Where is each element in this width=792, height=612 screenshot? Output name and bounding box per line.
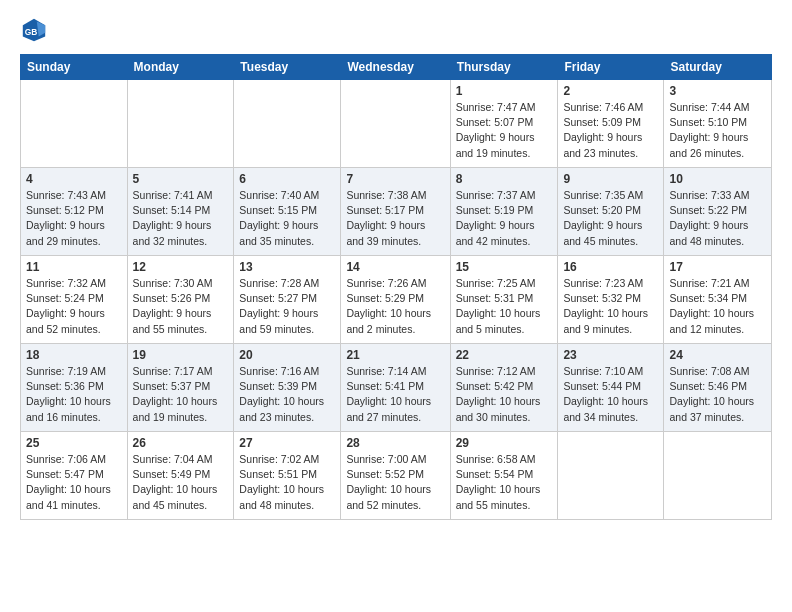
day-info: Sunrise: 7:14 AMSunset: 5:41 PMDaylight:… <box>346 364 444 425</box>
header-thursday: Thursday <box>450 55 558 80</box>
day-info: Sunrise: 7:16 AMSunset: 5:39 PMDaylight:… <box>239 364 335 425</box>
day-number: 8 <box>456 172 553 186</box>
day-number: 26 <box>133 436 229 450</box>
header-monday: Monday <box>127 55 234 80</box>
day-number: 16 <box>563 260 658 274</box>
day-info: Sunrise: 7:28 AMSunset: 5:27 PMDaylight:… <box>239 276 335 337</box>
day-number: 28 <box>346 436 444 450</box>
day-number: 23 <box>563 348 658 362</box>
calendar-cell: 15Sunrise: 7:25 AMSunset: 5:31 PMDayligh… <box>450 256 558 344</box>
calendar-cell: 3Sunrise: 7:44 AMSunset: 5:10 PMDaylight… <box>664 80 772 168</box>
calendar-cell: 17Sunrise: 7:21 AMSunset: 5:34 PMDayligh… <box>664 256 772 344</box>
day-number: 27 <box>239 436 335 450</box>
calendar-week-row: 4Sunrise: 7:43 AMSunset: 5:12 PMDaylight… <box>21 168 772 256</box>
calendar-cell <box>558 432 664 520</box>
calendar-cell: 18Sunrise: 7:19 AMSunset: 5:36 PMDayligh… <box>21 344 128 432</box>
calendar-cell: 22Sunrise: 7:12 AMSunset: 5:42 PMDayligh… <box>450 344 558 432</box>
calendar-cell: 7Sunrise: 7:38 AMSunset: 5:17 PMDaylight… <box>341 168 450 256</box>
day-info: Sunrise: 7:47 AMSunset: 5:07 PMDaylight:… <box>456 100 553 161</box>
day-number: 6 <box>239 172 335 186</box>
header-friday: Friday <box>558 55 664 80</box>
day-info: Sunrise: 7:21 AMSunset: 5:34 PMDaylight:… <box>669 276 766 337</box>
day-number: 1 <box>456 84 553 98</box>
day-number: 12 <box>133 260 229 274</box>
day-number: 13 <box>239 260 335 274</box>
day-info: Sunrise: 7:19 AMSunset: 5:36 PMDaylight:… <box>26 364 122 425</box>
calendar-cell: 19Sunrise: 7:17 AMSunset: 5:37 PMDayligh… <box>127 344 234 432</box>
day-number: 4 <box>26 172 122 186</box>
day-info: Sunrise: 7:12 AMSunset: 5:42 PMDaylight:… <box>456 364 553 425</box>
calendar-cell <box>21 80 128 168</box>
day-info: Sunrise: 7:00 AMSunset: 5:52 PMDaylight:… <box>346 452 444 513</box>
calendar-cell: 1Sunrise: 7:47 AMSunset: 5:07 PMDaylight… <box>450 80 558 168</box>
calendar-cell: 10Sunrise: 7:33 AMSunset: 5:22 PMDayligh… <box>664 168 772 256</box>
calendar-week-row: 18Sunrise: 7:19 AMSunset: 5:36 PMDayligh… <box>21 344 772 432</box>
day-number: 14 <box>346 260 444 274</box>
logo: GB <box>20 16 52 44</box>
header-sunday: Sunday <box>21 55 128 80</box>
day-info: Sunrise: 7:37 AMSunset: 5:19 PMDaylight:… <box>456 188 553 249</box>
logo-icon: GB <box>20 16 48 44</box>
calendar-cell: 2Sunrise: 7:46 AMSunset: 5:09 PMDaylight… <box>558 80 664 168</box>
day-info: Sunrise: 7:25 AMSunset: 5:31 PMDaylight:… <box>456 276 553 337</box>
calendar-cell: 8Sunrise: 7:37 AMSunset: 5:19 PMDaylight… <box>450 168 558 256</box>
day-number: 21 <box>346 348 444 362</box>
day-number: 24 <box>669 348 766 362</box>
day-info: Sunrise: 7:38 AMSunset: 5:17 PMDaylight:… <box>346 188 444 249</box>
calendar-cell: 12Sunrise: 7:30 AMSunset: 5:26 PMDayligh… <box>127 256 234 344</box>
day-number: 17 <box>669 260 766 274</box>
day-number: 15 <box>456 260 553 274</box>
calendar-cell <box>341 80 450 168</box>
day-info: Sunrise: 7:40 AMSunset: 5:15 PMDaylight:… <box>239 188 335 249</box>
calendar-cell: 16Sunrise: 7:23 AMSunset: 5:32 PMDayligh… <box>558 256 664 344</box>
day-info: Sunrise: 7:32 AMSunset: 5:24 PMDaylight:… <box>26 276 122 337</box>
calendar-cell <box>127 80 234 168</box>
calendar-cell <box>664 432 772 520</box>
calendar-cell: 28Sunrise: 7:00 AMSunset: 5:52 PMDayligh… <box>341 432 450 520</box>
day-number: 9 <box>563 172 658 186</box>
calendar-cell: 9Sunrise: 7:35 AMSunset: 5:20 PMDaylight… <box>558 168 664 256</box>
day-number: 18 <box>26 348 122 362</box>
calendar-cell: 4Sunrise: 7:43 AMSunset: 5:12 PMDaylight… <box>21 168 128 256</box>
day-info: Sunrise: 7:08 AMSunset: 5:46 PMDaylight:… <box>669 364 766 425</box>
day-number: 11 <box>26 260 122 274</box>
day-number: 3 <box>669 84 766 98</box>
calendar-cell: 24Sunrise: 7:08 AMSunset: 5:46 PMDayligh… <box>664 344 772 432</box>
calendar-cell: 13Sunrise: 7:28 AMSunset: 5:27 PMDayligh… <box>234 256 341 344</box>
calendar-cell: 29Sunrise: 6:58 AMSunset: 5:54 PMDayligh… <box>450 432 558 520</box>
calendar-week-row: 1Sunrise: 7:47 AMSunset: 5:07 PMDaylight… <box>21 80 772 168</box>
calendar-cell: 5Sunrise: 7:41 AMSunset: 5:14 PMDaylight… <box>127 168 234 256</box>
calendar-cell: 14Sunrise: 7:26 AMSunset: 5:29 PMDayligh… <box>341 256 450 344</box>
day-info: Sunrise: 7:43 AMSunset: 5:12 PMDaylight:… <box>26 188 122 249</box>
calendar-cell: 20Sunrise: 7:16 AMSunset: 5:39 PMDayligh… <box>234 344 341 432</box>
day-info: Sunrise: 7:10 AMSunset: 5:44 PMDaylight:… <box>563 364 658 425</box>
header: GB <box>20 16 772 44</box>
day-info: Sunrise: 7:35 AMSunset: 5:20 PMDaylight:… <box>563 188 658 249</box>
day-info: Sunrise: 7:44 AMSunset: 5:10 PMDaylight:… <box>669 100 766 161</box>
header-saturday: Saturday <box>664 55 772 80</box>
calendar-cell: 11Sunrise: 7:32 AMSunset: 5:24 PMDayligh… <box>21 256 128 344</box>
day-number: 10 <box>669 172 766 186</box>
day-info: Sunrise: 7:46 AMSunset: 5:09 PMDaylight:… <box>563 100 658 161</box>
day-info: Sunrise: 7:41 AMSunset: 5:14 PMDaylight:… <box>133 188 229 249</box>
day-number: 5 <box>133 172 229 186</box>
calendar-cell: 6Sunrise: 7:40 AMSunset: 5:15 PMDaylight… <box>234 168 341 256</box>
day-number: 25 <box>26 436 122 450</box>
day-number: 20 <box>239 348 335 362</box>
calendar-cell: 23Sunrise: 7:10 AMSunset: 5:44 PMDayligh… <box>558 344 664 432</box>
day-number: 29 <box>456 436 553 450</box>
day-info: Sunrise: 7:33 AMSunset: 5:22 PMDaylight:… <box>669 188 766 249</box>
svg-text:GB: GB <box>25 27 38 37</box>
calendar-cell <box>234 80 341 168</box>
weekday-header-row: Sunday Monday Tuesday Wednesday Thursday… <box>21 55 772 80</box>
day-info: Sunrise: 7:02 AMSunset: 5:51 PMDaylight:… <box>239 452 335 513</box>
day-number: 22 <box>456 348 553 362</box>
page: GB Sunday Monday Tuesday Wednesday Thurs… <box>0 0 792 612</box>
day-info: Sunrise: 6:58 AMSunset: 5:54 PMDaylight:… <box>456 452 553 513</box>
day-info: Sunrise: 7:23 AMSunset: 5:32 PMDaylight:… <box>563 276 658 337</box>
calendar-cell: 21Sunrise: 7:14 AMSunset: 5:41 PMDayligh… <box>341 344 450 432</box>
day-number: 19 <box>133 348 229 362</box>
day-number: 7 <box>346 172 444 186</box>
calendar-week-row: 11Sunrise: 7:32 AMSunset: 5:24 PMDayligh… <box>21 256 772 344</box>
calendar-table: Sunday Monday Tuesday Wednesday Thursday… <box>20 54 772 520</box>
